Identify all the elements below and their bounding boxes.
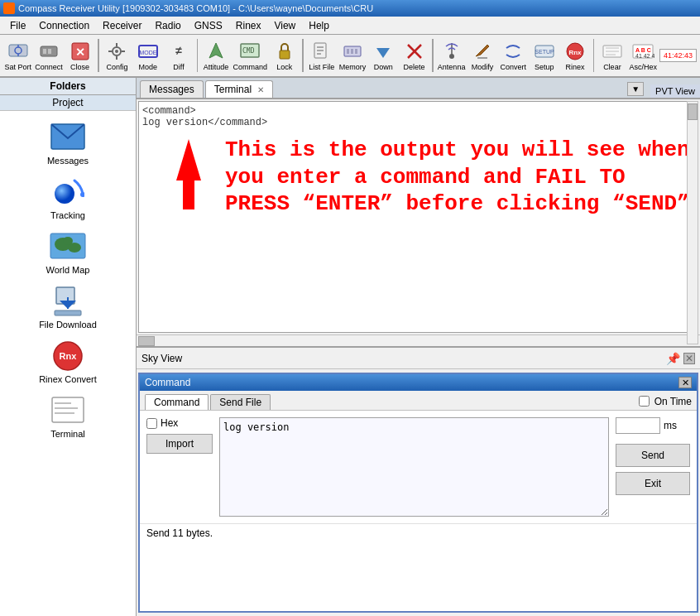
svg-text:Rnx: Rnx — [60, 351, 78, 361]
config-label: Config — [106, 63, 127, 71]
svg-rect-5 — [43, 49, 46, 54]
sky-view-pin[interactable]: 📌 — [666, 352, 680, 365]
rinexconvert-label: Rinex Convert — [39, 374, 97, 384]
convert-button[interactable]: Convert — [499, 36, 528, 75]
listfile-button[interactable]: List File — [307, 36, 336, 75]
aschex-button[interactable]: A B C 41 42 43 Asc/Hex — [629, 36, 659, 75]
folders-header: Folders — [0, 78, 136, 95]
svg-point-10 — [115, 50, 118, 53]
sidebar-item-rinexconvert[interactable]: Rnx Rinex Convert — [6, 336, 130, 387]
down-button[interactable]: Down — [369, 36, 398, 75]
dialog-title-bar: Command ✕ — [140, 374, 697, 391]
menu-rinex[interactable]: Rinex — [229, 18, 268, 33]
on-time-value-row: 1000 ms — [616, 417, 690, 434]
mode-button[interactable]: MODE Mode — [133, 36, 162, 75]
toolbar-sep-4 — [432, 39, 434, 72]
sidebar-item-tracking[interactable]: Tracking — [6, 172, 130, 224]
tab-terminal-close[interactable]: ✕ — [257, 85, 264, 94]
dialog-tab-sendfile[interactable]: Send File — [210, 394, 271, 410]
connect-button[interactable]: Connect — [34, 36, 64, 75]
command-button[interactable]: CMD Command — [233, 36, 269, 75]
hscrollbar-thumb — [138, 336, 155, 346]
attitude-label: Attitude — [204, 63, 229, 71]
sidebar-item-filedownload[interactable]: File Download — [6, 282, 130, 333]
app-icon — [3, 2, 15, 14]
hex-checkbox[interactable] — [146, 418, 157, 429]
aschex-icon: A B C 41 42 43 — [631, 40, 654, 63]
config-button[interactable]: Config — [103, 36, 132, 75]
on-time-label: On Time — [654, 396, 692, 407]
satport-label: Sat Port — [4, 63, 31, 71]
terminal-line2: log version</command> — [142, 117, 694, 128]
config-icon — [105, 40, 128, 63]
svg-text:MODE: MODE — [139, 50, 156, 55]
filedownload-icon — [48, 285, 88, 318]
sidebar-item-messages[interactable]: Messages — [6, 118, 130, 169]
terminal-label: Terminal — [50, 429, 85, 439]
command-input[interactable] — [219, 417, 609, 517]
mode-icon: MODE — [137, 40, 160, 63]
tab-terminal[interactable]: Terminal ✕ — [205, 80, 274, 98]
tracking-icon — [48, 176, 88, 209]
terminal-hscrollbar[interactable] — [137, 334, 700, 346]
dialog-close-button[interactable]: ✕ — [678, 377, 692, 388]
antenna-button[interactable]: Antenna — [437, 36, 467, 75]
menu-receiver[interactable]: Receiver — [96, 18, 148, 33]
on-time-input[interactable]: 1000 — [616, 417, 660, 434]
terminal-content[interactable]: <command> log version</command> This i — [138, 101, 698, 333]
menu-gnss[interactable]: GNSS — [188, 18, 229, 33]
import-button[interactable]: Import — [146, 434, 213, 454]
close-label: Close — [70, 63, 89, 71]
close-button[interactable]: ✕ Close — [65, 36, 94, 75]
modify-label: Modify — [472, 63, 494, 71]
command-label: Command — [233, 63, 268, 71]
menu-radio[interactable]: Radio — [148, 18, 187, 33]
antenna-icon — [440, 40, 463, 63]
sidebar-item-terminal[interactable]: Terminal — [6, 391, 130, 442]
attitude-button[interactable]: Attitude — [201, 36, 230, 75]
dialog-tab-command[interactable]: Command — [145, 394, 209, 410]
memory-button[interactable]: Memory — [338, 36, 367, 75]
svg-marker-66 — [176, 139, 201, 209]
messages-label: Messages — [47, 156, 89, 166]
tab-messages[interactable]: Messages — [140, 80, 204, 98]
main-area: Folders Project Messages — [0, 78, 700, 616]
red-arrow-icon — [156, 135, 222, 218]
rinex-button[interactable]: Rnx Rinex — [560, 36, 589, 75]
convert-icon — [501, 40, 525, 63]
menu-file[interactable]: File — [3, 18, 32, 33]
svg-rect-21 — [280, 51, 290, 59]
terminal-scrollbar[interactable] — [687, 101, 698, 344]
command-icon: CMD — [238, 40, 261, 63]
send-button[interactable]: Send — [616, 444, 690, 467]
diff-button[interactable]: ≠ Diff — [164, 36, 193, 75]
delete-button[interactable]: Delete — [400, 36, 429, 75]
memory-icon — [341, 40, 364, 63]
svg-rect-28 — [351, 49, 353, 54]
svg-text:SETUP: SETUP — [535, 49, 554, 55]
setup-button[interactable]: SETUP Setup — [530, 36, 559, 75]
sidebar-item-worldmap[interactable]: World Map — [6, 227, 130, 278]
down-icon — [372, 40, 395, 63]
menu-connection[interactable]: Connection — [32, 18, 96, 33]
clear-button[interactable]: Clear — [597, 36, 626, 75]
dialog-title: Command — [145, 377, 190, 388]
on-time-checkbox[interactable] — [639, 396, 650, 407]
down-label: Down — [374, 63, 393, 71]
menu-view[interactable]: View — [267, 18, 302, 33]
exit-button[interactable]: Exit — [616, 472, 690, 495]
sky-view-close[interactable]: ✕ — [683, 353, 695, 364]
hex-label: Hex — [161, 417, 178, 429]
satport-button[interactable]: Sat Port — [3, 36, 32, 75]
pvt-view-label: PVT View — [650, 84, 700, 98]
mode-label: Mode — [138, 63, 157, 71]
svg-text:≠: ≠ — [175, 44, 182, 57]
menu-help[interactable]: Help — [302, 18, 336, 33]
sidebar-items: Messages — [0, 111, 136, 449]
setup-icon: SETUP — [533, 40, 556, 63]
lock-button[interactable]: Lock — [270, 36, 299, 75]
dialog-main-row: Hex Import 1000 ms Send Exit — [146, 417, 690, 517]
modify-button[interactable]: Modify — [467, 36, 496, 75]
tab-dropdown[interactable]: ▼ — [627, 82, 644, 96]
title-bar: Compass Receiver Utility [1909302-303483… — [0, 0, 700, 17]
